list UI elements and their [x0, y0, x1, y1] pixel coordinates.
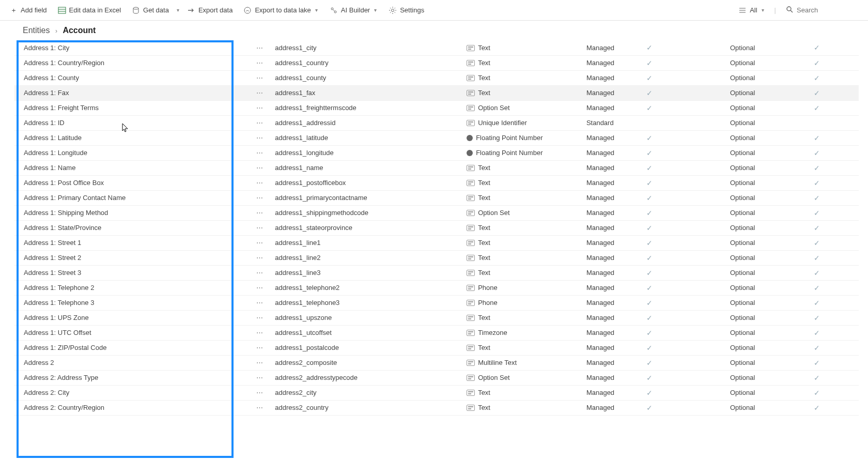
field-customizable: ✓: [643, 370, 727, 385]
check-icon: ✓: [814, 104, 820, 112]
table-row[interactable]: Address 2: City⋯address2_cityTextManaged…: [14, 385, 859, 400]
table-row[interactable]: Address 1: Shipping Method⋯address1_ship…: [14, 205, 859, 220]
row-more-button[interactable]: ⋯: [248, 295, 272, 310]
field-searchable: ✓: [811, 325, 859, 340]
table-row[interactable]: Address 1: City⋯address1_cityTextManaged…: [14, 40, 859, 55]
field-display-name: Address 1: ZIP/Postal Code: [14, 340, 248, 355]
row-more-button[interactable]: ⋯: [248, 310, 272, 325]
check-icon: ✓: [646, 89, 653, 97]
row-more-button[interactable]: ⋯: [248, 205, 272, 220]
field-schema-name: address1_primarycontactname: [272, 190, 463, 205]
row-more-button[interactable]: ⋯: [248, 55, 272, 70]
row-more-button[interactable]: ⋯: [248, 130, 272, 145]
add-field-button[interactable]: ＋ Add field: [5, 4, 51, 17]
ai-builder-button[interactable]: AI Builder ▾: [326, 4, 382, 17]
table-row[interactable]: Address 2: Address Type⋯address2_address…: [14, 370, 859, 385]
field-required: Optional: [727, 325, 811, 340]
table-row[interactable]: Address 1: Latitude⋯address1_latitudeFlo…: [14, 130, 859, 145]
row-more-button[interactable]: ⋯: [248, 355, 272, 370]
export-data-button[interactable]: Export data: [183, 4, 237, 17]
type-icon: [467, 330, 475, 336]
field-display-name: Address 1: Street 3: [14, 265, 248, 280]
row-more-button[interactable]: ⋯: [248, 340, 272, 355]
row-more-button[interactable]: ⋯: [248, 190, 272, 205]
search-box[interactable]: [781, 3, 863, 17]
field-data-type: Phone: [463, 295, 583, 310]
table-row[interactable]: Address 1: ID⋯address1_addressidUnique I…: [14, 115, 859, 130]
check-icon: ✓: [814, 404, 820, 412]
row-more-button[interactable]: ⋯: [248, 115, 272, 130]
table-row[interactable]: Address 1: Post Office Box⋯address1_post…: [14, 175, 859, 190]
view-filter-button[interactable]: All ▾: [734, 4, 769, 17]
field-customizable: ✓: [643, 250, 727, 265]
field-data-type: Text: [463, 55, 583, 70]
field-required: Optional: [727, 70, 811, 85]
table-row[interactable]: Address 1: Street 2⋯address1_line2TextMa…: [14, 250, 859, 265]
field-customizable: ✓: [643, 295, 727, 310]
row-more-button[interactable]: ⋯: [248, 220, 272, 235]
table-row[interactable]: Address 2⋯address2_compositeMultiline Te…: [14, 355, 859, 370]
row-more-button[interactable]: ⋯: [248, 250, 272, 265]
field-required: Optional: [727, 340, 811, 355]
row-more-button[interactable]: ⋯: [248, 70, 272, 85]
export-icon: [187, 6, 195, 14]
row-more-button[interactable]: ⋯: [248, 280, 272, 295]
field-managed: Managed: [583, 175, 643, 190]
field-display-name: Address 1: Longitude: [14, 145, 248, 160]
table-row[interactable]: Address 1: Fax⋯address1_faxTextManaged✓O…: [14, 85, 859, 100]
row-more-button[interactable]: ⋯: [248, 235, 272, 250]
get-data-button[interactable]: Get data: [128, 4, 173, 17]
table-row[interactable]: Address 1: Freight Terms⋯address1_freigh…: [14, 100, 859, 115]
check-icon: ✓: [814, 254, 820, 262]
edit-excel-button[interactable]: Edit data in Excel: [54, 4, 125, 17]
field-display-name: Address 1: Telephone 2: [14, 280, 248, 295]
row-more-button[interactable]: ⋯: [248, 265, 272, 280]
row-more-button[interactable]: ⋯: [248, 400, 272, 415]
field-managed: Managed: [583, 145, 643, 160]
table-row[interactable]: Address 1: UTC Offset⋯address1_utcoffset…: [14, 325, 859, 340]
row-more-button[interactable]: ⋯: [248, 100, 272, 115]
field-customizable: [643, 115, 727, 130]
field-schema-name: address2_country: [272, 400, 463, 415]
row-more-button[interactable]: ⋯: [248, 40, 272, 55]
chevron-down-icon[interactable]: ▾: [176, 7, 180, 13]
field-searchable: ✓: [811, 220, 859, 235]
table-row[interactable]: Address 1: State/Province⋯address1_state…: [14, 220, 859, 235]
table-row[interactable]: Address 1: Name⋯address1_nameTextManaged…: [14, 160, 859, 175]
field-customizable: ✓: [643, 340, 727, 355]
breadcrumb-root[interactable]: Entities: [23, 26, 50, 35]
table-row[interactable]: Address 1: ZIP/Postal Code⋯address1_post…: [14, 340, 859, 355]
table-row[interactable]: Address 1: Longitude⋯address1_longitudeF…: [14, 145, 859, 160]
field-display-name: Address 1: State/Province: [14, 220, 248, 235]
table-row[interactable]: Address 1: Country/Region⋯address1_count…: [14, 55, 859, 70]
row-more-button[interactable]: ⋯: [248, 160, 272, 175]
table-row[interactable]: Address 1: Street 3⋯address1_line3TextMa…: [14, 265, 859, 280]
check-icon: ✓: [646, 404, 653, 412]
table-row[interactable]: Address 1: Telephone 2⋯address1_telephon…: [14, 280, 859, 295]
list-icon: [738, 6, 747, 14]
search-icon: [785, 5, 794, 15]
table-row[interactable]: Address 2: Country/Region⋯address2_count…: [14, 400, 859, 415]
field-managed: Managed: [583, 400, 643, 415]
table-row[interactable]: Address 1: Primary Contact Name⋯address1…: [14, 190, 859, 205]
row-more-button[interactable]: ⋯: [248, 325, 272, 340]
settings-button[interactable]: Settings: [384, 4, 428, 17]
export-lake-button[interactable]: Export to data lake ▾: [239, 4, 322, 17]
field-customizable: ✓: [643, 85, 727, 100]
row-more-button[interactable]: ⋯: [248, 85, 272, 100]
table-row[interactable]: Address 1: County⋯address1_countyTextMan…: [14, 70, 859, 85]
svg-point-8: [392, 9, 394, 11]
row-more-button[interactable]: ⋯: [248, 385, 272, 400]
type-icon: [467, 90, 475, 96]
table-row[interactable]: Address 1: Street 1⋯address1_line1TextMa…: [14, 235, 859, 250]
search-input[interactable]: [797, 6, 859, 14]
field-schema-name: address1_line2: [272, 250, 463, 265]
table-row[interactable]: Address 1: Telephone 3⋯address1_telephon…: [14, 295, 859, 310]
field-data-type: Floating Point Number: [463, 130, 583, 145]
row-more-button[interactable]: ⋯: [248, 175, 272, 190]
field-schema-name: address1_name: [272, 160, 463, 175]
svg-point-12: [787, 7, 791, 11]
row-more-button[interactable]: ⋯: [248, 145, 272, 160]
table-row[interactable]: Address 1: UPS Zone⋯address1_upszoneText…: [14, 310, 859, 325]
row-more-button[interactable]: ⋯: [248, 370, 272, 385]
